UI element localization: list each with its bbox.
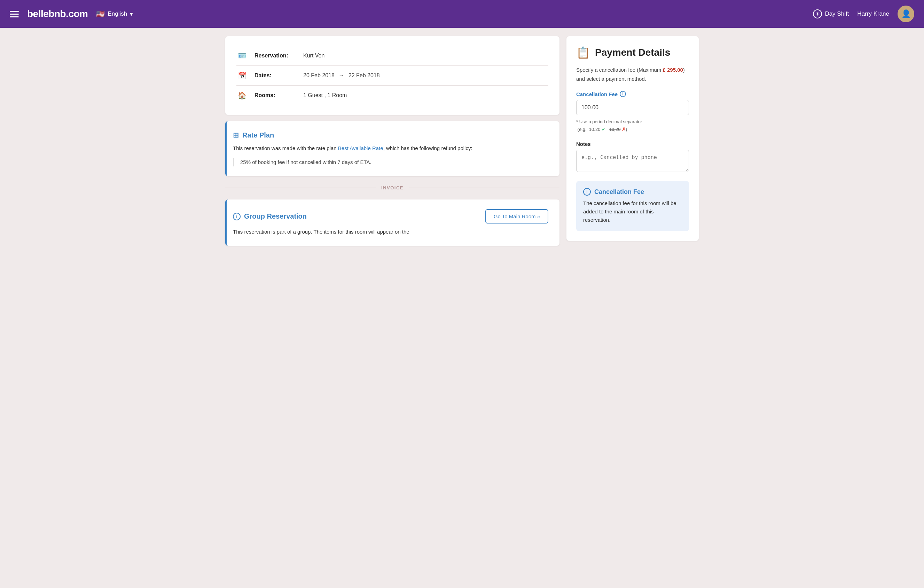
cancellation-info-box: i Cancellation Fee The cancellation fee … (576, 181, 689, 231)
rate-plan-desc-pre: This reservation was made with the rate … (233, 145, 338, 151)
rate-plan-desc-post: , which has the following refund policy: (383, 145, 472, 151)
rate-plan-link[interactable]: Best Available Rate (338, 145, 383, 151)
rate-plan-description: This reservation was made with the rate … (233, 144, 548, 152)
max-amount: £ 295.00 (663, 67, 683, 73)
rooms-icon: 🏠 (236, 91, 248, 99)
avatar: 👤 (898, 6, 914, 22)
payment-title-text: Payment Details (595, 47, 670, 58)
cancellation-info-icon: i (620, 91, 626, 97)
decimal-hint: * Use a period decimal separator (e.g., … (576, 118, 689, 133)
invoice-divider: INVOICE (225, 182, 559, 193)
correct-example: 10.20 (589, 127, 601, 132)
rate-plan-card: ⊞ Rate Plan This reservation was made wi… (225, 121, 559, 176)
day-shift: ☀ Day Shift (813, 9, 849, 18)
wrong-example: 10,20 (609, 127, 621, 132)
reservation-card: 🪪 Reservation: Kurt Von 📅 Dates: 20 Feb … (225, 36, 559, 115)
reservation-label: Reservation: (254, 53, 296, 59)
shift-icon: ☀ (813, 9, 822, 18)
language-label: English (107, 10, 127, 17)
rate-plan-icon: ⊞ (233, 131, 239, 139)
cancellation-box-icon: i (583, 188, 591, 196)
right-panel: 📋 Payment Details Specify a cancellation… (566, 36, 699, 241)
dates-value: 20 Feb 2018 → 22 Feb 2018 (303, 73, 380, 79)
reservation-row: 🪪 Reservation: Kurt Von (236, 46, 548, 66)
decimal-hint-line1: * Use a period decimal separator (576, 118, 689, 126)
flag-icon: 🇺🇸 (96, 10, 105, 18)
cancellation-info-title-text: Cancellation Fee (594, 188, 644, 196)
cancellation-fee-label-text: Cancellation Fee (576, 91, 618, 97)
header: bellebnb.com 🇺🇸 English ▾ ☀ Day Shift Ha… (0, 0, 924, 28)
menu-icon[interactable] (10, 11, 19, 17)
user-name: Harry Krane (857, 10, 889, 17)
reservation-icon: 🪪 (236, 51, 248, 60)
cross-mark: ✗ (622, 127, 625, 132)
left-panel: 🪪 Reservation: Kurt Von 📅 Dates: 20 Feb … (225, 36, 559, 246)
dates-label: Dates: (254, 73, 296, 79)
go-to-main-button[interactable]: Go To Main Room » (485, 209, 548, 223)
date-from: 20 Feb 2018 (303, 73, 335, 79)
main-layout: 🪪 Reservation: Kurt Von 📅 Dates: 20 Feb … (218, 28, 706, 254)
arrow-icon: → (339, 73, 344, 79)
check-mark: ✓ (602, 127, 606, 132)
group-res-title-text: Group Reservation (244, 212, 307, 220)
decimal-hint-line2: (e.g., 10.20 ✓ 10,20 ✗) (576, 126, 689, 133)
rooms-row: 🏠 Rooms: 1 Guest , 1 Room (236, 86, 548, 105)
rooms-value: 1 Guest , 1 Room (303, 92, 347, 99)
payment-title-row: 📋 Payment Details (576, 46, 689, 59)
reservation-value: Kurt Von (303, 53, 325, 59)
info-circle-icon: i (233, 213, 241, 220)
group-res-description: This reservation is part of a group. The… (233, 228, 548, 236)
shift-label: Day Shift (825, 10, 849, 17)
logo: bellebnb.com (27, 8, 88, 20)
group-res-header: i Group Reservation Go To Main Room » (233, 209, 548, 223)
invoice-line-left (225, 188, 376, 188)
cancellation-info-text: The cancellation fee for this room will … (583, 199, 682, 224)
chevron-down-icon: ▾ (130, 10, 133, 18)
payment-description: Specify a cancellation fee (Maximum £ 29… (576, 66, 689, 83)
notes-input[interactable] (576, 150, 689, 172)
rate-plan-title: ⊞ Rate Plan (233, 131, 548, 139)
dates-row: 📅 Dates: 20 Feb 2018 → 22 Feb 2018 (236, 66, 548, 86)
cancellation-fee-label: Cancellation Fee i (576, 91, 689, 97)
rooms-label: Rooms: (254, 92, 296, 99)
header-right: ☀ Day Shift Harry Krane 👤 (813, 6, 914, 22)
date-to: 22 Feb 2018 (348, 73, 380, 79)
payment-icon: 📋 (576, 46, 590, 59)
group-reservation-card: i Group Reservation Go To Main Room » Th… (225, 200, 559, 246)
invoice-label: INVOICE (381, 185, 404, 190)
dates-icon: 📅 (236, 71, 248, 80)
group-res-title: i Group Reservation (233, 212, 307, 220)
notes-label: Notes (576, 141, 689, 147)
refund-policy: 25% of booking fee if not cancelled with… (233, 158, 548, 167)
cancellation-info-title: i Cancellation Fee (583, 188, 682, 196)
rate-plan-title-text: Rate Plan (242, 131, 274, 139)
invoice-line-right (409, 188, 559, 188)
payment-desc-pre: Specify a cancellation fee (Maximum (576, 67, 663, 73)
cancellation-fee-input[interactable] (576, 100, 689, 115)
language-selector[interactable]: 🇺🇸 English ▾ (96, 10, 133, 18)
